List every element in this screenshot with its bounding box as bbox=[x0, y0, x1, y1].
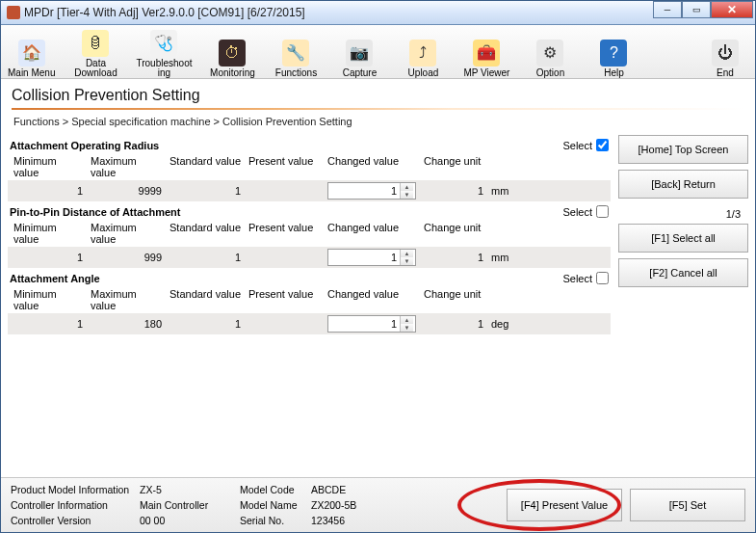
toolbar-troubleshoot-ing[interactable]: 🩺Troubleshooting bbox=[136, 30, 192, 78]
select-label: Select bbox=[562, 273, 592, 284]
section-title: Attachment Angle bbox=[10, 273, 562, 284]
toolbar-mp-viewer[interactable]: 🧰MP Viewer bbox=[463, 40, 509, 78]
toolbar-label: Upload bbox=[408, 68, 439, 78]
max-value: 9999 bbox=[87, 185, 166, 197]
toolbar-label: Functions bbox=[275, 68, 317, 78]
value-model-code: ABCDE bbox=[311, 484, 388, 495]
upload-icon: ⤴ bbox=[409, 40, 436, 67]
std-value: 1 bbox=[166, 318, 245, 330]
cancel-all-button[interactable]: [F2] Cancel all bbox=[618, 258, 748, 287]
content-area: Attachment Operating RadiusSelectMinimum… bbox=[0, 135, 756, 334]
unit-label: deg bbox=[487, 318, 522, 330]
window-title: MPDr [Tier-4 With Adj] Ver2.9.0.0 [COM91… bbox=[24, 6, 305, 19]
select-checkbox[interactable] bbox=[596, 205, 609, 218]
end-icon: ⏻ bbox=[712, 40, 739, 67]
change-unit-value: 1 bbox=[420, 185, 487, 197]
mp-icon: 🧰 bbox=[473, 40, 500, 67]
home-button[interactable]: [Home] Top Screen bbox=[618, 135, 748, 164]
column-headers: Minimum valueMaximum valueStandard value… bbox=[8, 220, 611, 247]
column-headers: Minimum valueMaximum valueStandard value… bbox=[8, 153, 611, 180]
toolbar-capture[interactable]: 📷Capture bbox=[336, 40, 382, 78]
std-value: 1 bbox=[166, 185, 245, 197]
toolbar-main-menu[interactable]: 🏠Main Menu bbox=[8, 40, 55, 78]
label-model-code: Model Code bbox=[240, 484, 307, 495]
label-serial-no: Serial No. bbox=[240, 515, 307, 526]
data-icon: 🛢 bbox=[82, 30, 109, 57]
select-label: Select bbox=[562, 140, 592, 151]
toolbar-label: Troubleshooting bbox=[136, 59, 192, 78]
app-icon bbox=[7, 6, 20, 19]
unit-label: mm bbox=[487, 252, 522, 263]
select-all-button[interactable]: [F1] Select all bbox=[618, 224, 748, 253]
toolbar-label: Monitoring bbox=[210, 68, 255, 78]
param-row: 19991▲▼1mm bbox=[8, 247, 611, 268]
page-count: 1/3 bbox=[618, 204, 748, 224]
capture-icon: 📷 bbox=[346, 40, 373, 67]
spin-down-icon[interactable]: ▼ bbox=[401, 257, 413, 265]
changed-value-cell: ▲▼ bbox=[324, 315, 420, 333]
label-product-model: Product Model Information bbox=[11, 484, 136, 495]
toolbar-upload[interactable]: ⤴Upload bbox=[400, 40, 446, 78]
toolbar-label: Option bbox=[536, 68, 564, 78]
option-icon: ⚙ bbox=[536, 40, 563, 67]
param-row: 11801▲▼1deg bbox=[8, 313, 611, 334]
max-value: 999 bbox=[87, 252, 166, 263]
max-value: 180 bbox=[87, 318, 166, 330]
toolbar-option[interactable]: ⚙Option bbox=[527, 40, 573, 78]
column-headers: Minimum valueMaximum valueStandard value… bbox=[8, 286, 611, 313]
side-actions-pane: [Home] Top Screen [Back] Return 1/3 [F1]… bbox=[618, 135, 748, 334]
spin-up-icon[interactable]: ▲ bbox=[401, 183, 413, 191]
min-value: 1 bbox=[10, 252, 87, 263]
toolbar-help[interactable]: ?Help bbox=[590, 40, 637, 78]
toolbar-functions[interactable]: 🔧Functions bbox=[273, 40, 319, 78]
spin-up-icon[interactable]: ▲ bbox=[401, 250, 413, 257]
close-button[interactable]: ✕ bbox=[711, 1, 753, 18]
toolbar-monitoring[interactable]: ⏱Monitoring bbox=[209, 40, 255, 78]
toolbar-data-download[interactable]: 🛢DataDownload bbox=[72, 30, 118, 78]
changed-value-cell: ▲▼ bbox=[324, 182, 420, 200]
label-controller-version: Controller Version bbox=[11, 515, 136, 526]
changed-value-spinner[interactable]: ▲▼ bbox=[327, 249, 416, 266]
spin-down-icon[interactable]: ▼ bbox=[401, 324, 413, 332]
footer-info-grid: Product Model Information ZX-5 Model Cod… bbox=[11, 484, 499, 526]
page-title: Collision Prevention Setting bbox=[0, 79, 756, 108]
minimize-button[interactable]: ─ bbox=[653, 1, 682, 18]
changed-value-spinner[interactable]: ▲▼ bbox=[327, 315, 416, 333]
toolbar-end[interactable]: ⏻End bbox=[702, 40, 748, 78]
maximize-button[interactable]: ▭ bbox=[682, 1, 711, 18]
min-value: 1 bbox=[10, 185, 87, 197]
section-title: Pin-to-Pin Distance of Attachment bbox=[10, 206, 562, 218]
unit-label: mm bbox=[487, 185, 522, 197]
spin-up-icon[interactable]: ▲ bbox=[401, 316, 413, 324]
functions-icon: 🔧 bbox=[282, 40, 309, 67]
changed-value-spinner[interactable]: ▲▼ bbox=[327, 182, 416, 200]
section-header: Attachment AngleSelect bbox=[8, 268, 611, 286]
toolbar-label: Help bbox=[604, 68, 624, 78]
label-controller-info: Controller Information bbox=[11, 499, 136, 511]
monitoring-icon: ⏱ bbox=[219, 40, 246, 67]
param-row: 199991▲▼1mm bbox=[8, 180, 611, 201]
toolbar-label: Capture bbox=[343, 68, 378, 78]
back-button[interactable]: [Back] Return bbox=[618, 170, 748, 199]
window-controls: ─ ▭ ✕ bbox=[653, 1, 753, 18]
changed-value-input[interactable] bbox=[328, 183, 400, 199]
min-value: 1 bbox=[10, 318, 87, 330]
toolbar-label: Main Menu bbox=[8, 68, 55, 78]
label-model-name: Model Name bbox=[240, 499, 307, 511]
changed-value-input[interactable] bbox=[328, 316, 400, 332]
status-footer: Product Model Information ZX-5 Model Cod… bbox=[1, 477, 755, 532]
set-button[interactable]: [F5] Set bbox=[630, 489, 745, 521]
section-header: Attachment Operating RadiusSelect bbox=[8, 135, 611, 153]
select-checkbox[interactable] bbox=[596, 272, 609, 284]
std-value: 1 bbox=[166, 252, 245, 263]
main-icon: 🏠 bbox=[18, 40, 45, 67]
toolbar-label: End bbox=[717, 68, 734, 78]
select-label: Select bbox=[562, 206, 592, 218]
toolbar-label: DataDownload bbox=[74, 59, 117, 78]
select-checkbox[interactable] bbox=[596, 139, 609, 151]
parameters-pane: Attachment Operating RadiusSelectMinimum… bbox=[8, 135, 618, 334]
value-model-name: ZX200-5B bbox=[311, 499, 388, 511]
present-value-button[interactable]: [F4] Present Value bbox=[507, 489, 622, 521]
spin-down-icon[interactable]: ▼ bbox=[401, 191, 413, 199]
changed-value-input[interactable] bbox=[328, 250, 400, 265]
